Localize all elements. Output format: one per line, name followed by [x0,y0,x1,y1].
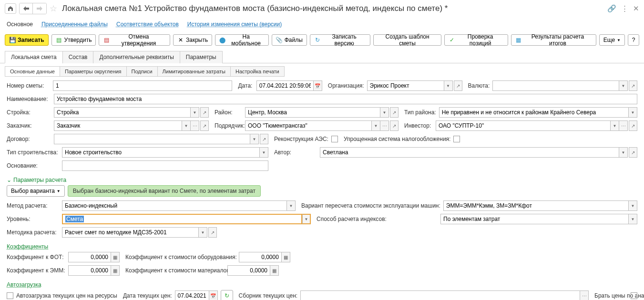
check-button[interactable]: ✓Проверка позиций [444,34,508,46]
date-input[interactable] [256,80,314,91]
contract-open-icon[interactable]: ↗ [260,134,268,144]
files-button[interactable]: 📎Файлы [272,34,307,46]
idx-method-dropdown-icon[interactable]: ▼ [629,214,637,224]
autoload-checkbox[interactable] [7,292,13,299]
region-input[interactable] [245,107,380,118]
construction-input[interactable] [54,107,191,118]
forward-button[interactable] [33,3,46,14]
build-type-input[interactable] [62,147,260,158]
name-input[interactable] [54,94,637,104]
basis-input[interactable] [62,160,268,171]
recon-checkbox[interactable] [331,136,338,142]
home-button[interactable] [5,3,16,14]
author-input[interactable] [320,147,619,158]
back-button[interactable] [20,3,33,14]
contractor-input[interactable] [245,120,372,131]
nav-history[interactable]: История изменения сметы (версии) [187,21,282,28]
link-icon[interactable]: 🔗 [607,4,616,13]
customer-dots-icon[interactable]: ⋯ [191,120,199,131]
investor-dropdown-icon[interactable]: ▼ [611,120,619,131]
calc-section-header[interactable]: ⌄ Параметры расчета [7,174,637,185]
recalc-dropdown-icon[interactable]: ▼ [629,200,637,211]
more-icon[interactable]: ⋮ [621,4,628,13]
more-button[interactable]: Еще ▼ [599,34,625,46]
subtab-print[interactable]: Настройка печати [230,66,285,77]
nav-correspondence[interactable]: Соответствие объектов [116,21,179,28]
close-icon[interactable]: ✕ [633,4,639,13]
customer-input[interactable] [54,120,182,131]
coef-section-link[interactable]: Коэффициенты [7,240,48,252]
nav-attached-files[interactable]: Присоединенные файлы [41,21,108,28]
tab-local[interactable]: Локальная смета [5,51,63,63]
contractor-open-icon[interactable]: ↗ [390,120,399,131]
level-input[interactable]: Смета [62,214,302,224]
customer-open-icon[interactable]: ↗ [200,120,209,131]
construction-open-icon[interactable]: ↗ [200,107,209,118]
approve-button[interactable]: ▤Утвердить [51,34,96,46]
calculator-icon[interactable]: ▦ [270,265,279,276]
customer-dropdown-icon[interactable]: ▼ [182,120,191,131]
calculator-icon[interactable]: ▦ [282,252,290,262]
region-type-dropdown-icon[interactable]: ▼ [629,107,637,118]
method-dropdown-icon[interactable]: ▼ [287,200,296,211]
idx-method-input[interactable] [440,214,629,224]
subtab-limited[interactable]: Лимитированные затраты [157,66,231,77]
unapprove-button[interactable]: ▤Отмена утверждения [99,34,170,46]
currency-input[interactable] [492,80,619,91]
region-open-icon[interactable]: ↗ [390,107,399,118]
tab-composition[interactable]: Состав [62,51,94,63]
calendar-icon[interactable]: 📅 [209,290,218,300]
method-input[interactable] [62,200,287,211]
refresh-button[interactable]: ↻ [221,290,233,300]
favorite-star-icon[interactable]: ☆ [50,3,57,14]
coef-emm-input[interactable] [68,265,111,276]
autoload-date-input[interactable] [175,290,209,300]
calculator-icon[interactable]: ▦ [111,265,120,276]
coef-equip-input[interactable] [239,252,282,262]
simplified-checkbox[interactable] [453,136,460,142]
methodology-input[interactable] [62,227,199,238]
results-button[interactable]: ▦Результаты расчета итогов [511,34,596,46]
methodology-open-icon[interactable]: ↗ [208,227,217,238]
autoload-section-link[interactable]: Автозагрузка [7,279,41,290]
investor-dots-icon[interactable]: ⋯ [619,120,628,131]
investor-open-icon[interactable]: ↗ [629,120,637,131]
build-type-dropdown-icon[interactable]: ▼ [260,147,268,158]
variant-button[interactable]: Выбор варианта ▼ [7,185,65,197]
save-version-button[interactable]: ↻Записать версию [310,34,370,46]
save-button[interactable]: 💾Записать [5,34,49,46]
level-dropdown-icon[interactable]: ▼ [302,214,311,224]
contractor-dropdown-icon[interactable]: ▼ [372,120,380,131]
contractor-dots-icon[interactable]: ⋯ [380,120,389,131]
tab-parameters[interactable]: Параметры [180,51,223,63]
subtab-signatures[interactable]: Подписи [126,66,158,77]
help-button[interactable]: ? [628,34,639,46]
calculator-icon[interactable]: ▦ [111,252,120,262]
methodology-dropdown-icon[interactable]: ▼ [199,227,207,238]
subtab-basic[interactable]: Основные данные [5,66,60,77]
org-open-icon[interactable]: ↗ [454,80,462,91]
collection-input[interactable] [300,290,580,300]
investor-input[interactable] [436,120,611,131]
org-dropdown-icon[interactable]: ▼ [444,80,453,91]
region-type-input[interactable] [439,107,629,118]
region-dropdown-icon[interactable]: ▼ [380,107,389,118]
calendar-icon[interactable]: 📅 [314,80,322,91]
number-input[interactable] [53,80,232,91]
mobile-button[interactable]: ⬤На мобильное [215,34,268,46]
currency-dropdown-icon[interactable]: ▼ [619,80,628,91]
recalc-input[interactable] [443,200,629,211]
currency-open-icon[interactable]: ↗ [629,80,637,91]
tab-extra-props[interactable]: Дополнительные реквизиты [93,51,180,63]
collection-dots-icon[interactable]: ⋯ [580,290,589,300]
author-open-icon[interactable]: ↗ [629,147,637,158]
coef-mat-input[interactable] [227,265,270,276]
author-dropdown-icon[interactable]: ▼ [619,147,628,158]
subtab-rounding[interactable]: Параметры округления [60,66,127,77]
close-button[interactable]: ✕Закрыть [173,34,212,46]
coef-fot-input[interactable] [68,252,111,262]
contract-dropdown-icon[interactable]: ▼ [250,134,259,144]
template-button[interactable]: Создать шаблон сметы [373,34,441,46]
construction-dropdown-icon[interactable]: ▼ [191,107,199,118]
contract-input[interactable] [54,134,250,144]
